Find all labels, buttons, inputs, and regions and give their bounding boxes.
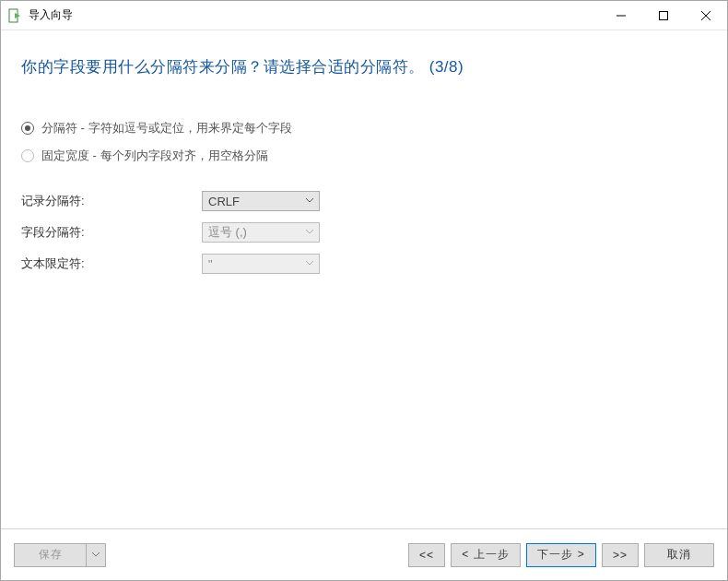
text-qualifier-select[interactable]: "	[202, 254, 320, 274]
window-title: 导入向导	[29, 7, 73, 23]
wizard-footer: 保存 << < 上一步 下一步 > >> 取消	[1, 528, 727, 580]
radio-delimited-label: 分隔符 - 字符如逗号或定位，用来界定每个字段	[41, 120, 292, 136]
field-separator-label: 字段分隔符:	[21, 224, 202, 241]
chevron-down-icon	[306, 230, 313, 235]
page-heading: 你的字段要用什么分隔符来分隔？请选择合适的分隔符。 (3/8)	[21, 56, 707, 77]
save-button[interactable]: 保存	[14, 543, 86, 567]
svg-rect-3	[660, 11, 668, 19]
radio-fixed-width[interactable]: 固定宽度 - 每个列内字段对齐，用空格分隔	[21, 148, 707, 164]
chevron-down-icon	[92, 552, 100, 558]
text-qualifier-value: "	[208, 257, 213, 271]
record-separator-label: 记录分隔符:	[21, 193, 202, 209]
last-page-button[interactable]: >>	[602, 543, 639, 567]
radio-delimited-indicator	[21, 122, 34, 135]
minimize-button[interactable]	[600, 1, 642, 30]
titlebar: 导入向导	[1, 1, 727, 30]
chevron-down-icon	[306, 198, 313, 204]
chevron-down-icon	[306, 261, 313, 267]
radio-delimited[interactable]: 分隔符 - 字符如逗号或定位，用来界定每个字段	[21, 120, 707, 136]
text-qualifier-label: 文本限定符:	[21, 255, 202, 272]
radio-fixed-label: 固定宽度 - 每个列内字段对齐，用空格分隔	[41, 148, 268, 164]
first-page-button[interactable]: <<	[408, 543, 445, 567]
record-separator-select[interactable]: CRLF	[202, 191, 320, 211]
radio-fixed-indicator	[21, 149, 34, 162]
field-separator-select[interactable]: 逗号 (,)	[202, 222, 320, 243]
field-separator-value: 逗号 (,)	[208, 224, 247, 241]
record-separator-value: CRLF	[208, 195, 240, 208]
maximize-button[interactable]	[642, 1, 685, 30]
cancel-button[interactable]: 取消	[644, 543, 714, 567]
wizard-content: 你的字段要用什么分隔符来分隔？请选择合适的分隔符。 (3/8) 分隔符 - 字符…	[1, 30, 727, 528]
save-dropdown-button[interactable]	[86, 543, 106, 567]
app-icon	[8, 8, 23, 23]
delimiter-options: 记录分隔符: CRLF 字段分隔符: 逗号 (,) 文本限定	[21, 190, 707, 275]
next-button[interactable]: 下一步 >	[526, 543, 596, 567]
import-wizard-window: 导入向导 你的字段要用什么分隔符来分隔？请选择合适的分隔符。 (3/8) 分隔符…	[0, 0, 728, 581]
back-button[interactable]: < 上一步	[451, 543, 521, 567]
close-button[interactable]	[685, 1, 727, 30]
